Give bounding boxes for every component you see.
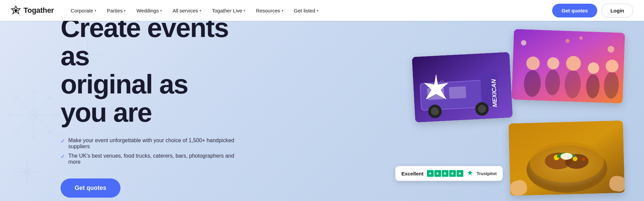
logo-link[interactable]: Togather — [11, 5, 54, 15]
logo-text: Togather — [24, 6, 54, 15]
trustpilot-logo-text: Trustpilot — [477, 171, 497, 176]
nav-item-allservices[interactable]: All services ▾ — [168, 5, 206, 16]
chevron-down-icon: ▾ — [160, 9, 162, 12]
svg-point-39 — [608, 46, 615, 53]
svg-point-31 — [564, 70, 581, 99]
hero-image-food — [508, 121, 625, 196]
svg-point-49 — [475, 102, 489, 116]
trustpilot-badge: Excellent ★ ★ ★ ★ ★ Trustpilot — [395, 166, 503, 181]
checklist-item-1: Make your event unforgettable with your … — [68, 137, 236, 150]
svg-point-55 — [526, 145, 608, 194]
svg-marker-68 — [467, 170, 473, 175]
hero-title-line1: Create events as — [61, 21, 228, 71]
checkmark-icon: ✓ — [61, 138, 65, 144]
svg-rect-46 — [449, 86, 466, 99]
svg-rect-41 — [412, 52, 513, 123]
svg-point-47 — [428, 104, 442, 118]
navbar-right: Get quotes Login — [552, 4, 633, 17]
nav-label-corporate: Corporate — [71, 8, 93, 13]
hero-image-party — [511, 29, 625, 103]
svg-rect-45 — [427, 87, 444, 100]
hero-images-area: MEXICAN ⬦⬦ — [290, 21, 644, 201]
nav-item-parties[interactable]: Parties ▾ — [102, 5, 131, 16]
nav-label-togatherlive: Togather Live — [212, 8, 242, 13]
svg-point-35 — [604, 72, 619, 99]
list-item: ✓ Make your event unforgettable with you… — [61, 137, 236, 150]
svg-point-37 — [521, 40, 527, 46]
svg-point-56 — [529, 141, 604, 184]
svg-point-36 — [605, 59, 618, 73]
svg-point-40 — [579, 36, 583, 40]
svg-point-38 — [565, 39, 569, 43]
food-image — [508, 121, 625, 196]
nav-label-weddings: Weddings — [136, 8, 158, 13]
nav-login-button[interactable]: Login — [601, 4, 633, 17]
svg-point-58 — [565, 154, 589, 169]
truck-image: MEXICAN ⬦⬦ — [412, 52, 513, 123]
svg-rect-43 — [420, 80, 495, 110]
chevron-down-icon: ▾ — [317, 9, 318, 12]
hero-cta-group: Get quotes It only takes three minutes — [61, 178, 236, 201]
hero-content: Create events as original as you are ✓ M… — [0, 21, 236, 201]
trustpilot-star-4: ★ — [449, 170, 456, 177]
chevron-down-icon: ▾ — [124, 9, 126, 12]
food-scene-svg — [508, 121, 625, 196]
nav-label-resources: Resources — [256, 8, 280, 13]
svg-point-32 — [566, 56, 581, 71]
svg-rect-67 — [608, 175, 625, 193]
trustpilot-star-1: ★ — [427, 170, 434, 177]
trustpilot-star-5: ★ — [457, 170, 463, 177]
nav-item-corporate[interactable]: Corporate ▾ — [66, 5, 101, 16]
trustpilot-label: Excellent — [401, 171, 424, 176]
svg-marker-53 — [424, 75, 448, 99]
svg-rect-44 — [480, 73, 499, 107]
chevron-down-icon: ▾ — [95, 9, 96, 12]
svg-rect-26 — [511, 29, 625, 103]
svg-point-57 — [545, 152, 572, 170]
navbar: Togather Corporate ▾ Parties ▾ Weddings … — [0, 0, 644, 21]
nav-item-resources[interactable]: Resources ▾ — [251, 5, 288, 16]
svg-point-62 — [582, 158, 585, 161]
svg-rect-66 — [508, 178, 529, 196]
nav-label-getlisted: Get listed — [294, 8, 315, 13]
svg-point-34 — [587, 62, 599, 74]
svg-point-48 — [431, 107, 439, 116]
hero-checklist: ✓ Make your event unforgettable with you… — [61, 137, 236, 165]
nav-item-weddings[interactable]: Weddings ▾ — [132, 5, 166, 16]
trustpilot-separator — [467, 169, 473, 177]
party-scene-svg — [511, 29, 625, 103]
hero-title: Create events as original as you are — [61, 21, 236, 127]
chevron-down-icon: ▾ — [244, 9, 245, 12]
svg-text:⬦⬦: ⬦⬦ — [439, 78, 444, 83]
navbar-left: Togather Corporate ▾ Parties ▾ Weddings … — [11, 5, 323, 16]
checkmark-icon: ✓ — [61, 153, 65, 160]
truck-scene-svg: MEXICAN ⬦⬦ — [412, 52, 513, 123]
svg-point-61 — [573, 156, 577, 161]
nav-label-allservices: All services — [173, 8, 198, 13]
svg-point-65 — [561, 153, 573, 160]
trustpilot-logo-star-icon — [467, 169, 473, 176]
svg-rect-42 — [420, 80, 495, 110]
nav-item-getlisted[interactable]: Get listed ▾ — [289, 5, 323, 16]
svg-point-50 — [478, 105, 486, 113]
svg-point-29 — [545, 70, 561, 95]
chevron-down-icon: ▾ — [200, 9, 201, 12]
hero-section: Create events as original as you are ✓ M… — [0, 21, 644, 201]
nav-links: Corporate ▾ Parties ▾ Weddings ▾ All ser… — [66, 5, 323, 16]
svg-point-33 — [586, 74, 600, 98]
svg-point-30 — [547, 57, 560, 70]
svg-point-60 — [563, 156, 567, 160]
list-item: ✓ The UK's best venues, food trucks, cat… — [61, 153, 236, 165]
trustpilot-star-3: ★ — [442, 170, 449, 177]
nav-get-quotes-button[interactable]: Get quotes — [552, 4, 597, 17]
svg-point-27 — [524, 70, 541, 97]
hero-title-line2: original as you are — [61, 69, 188, 127]
party-image — [511, 29, 625, 103]
svg-point-28 — [526, 56, 540, 70]
hero-get-quotes-button[interactable]: Get quotes — [61, 178, 120, 198]
nav-item-togatherlive[interactable]: Togather Live ▾ — [207, 5, 250, 16]
chevron-down-icon: ▾ — [282, 9, 283, 12]
svg-text:MEXICAN: MEXICAN — [490, 79, 498, 107]
svg-point-63 — [556, 151, 567, 159]
togather-logo-icon — [11, 5, 21, 15]
